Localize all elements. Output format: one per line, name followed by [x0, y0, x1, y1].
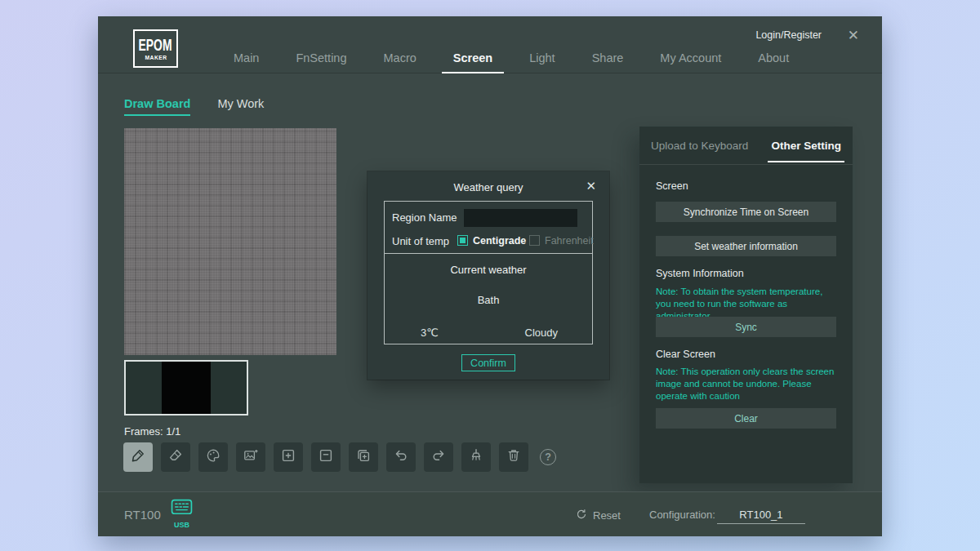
- preview-screen-area: [162, 362, 210, 414]
- unit-of-temp-label: Unit of temp: [392, 235, 449, 247]
- brush-icon: [130, 447, 146, 467]
- frame-preview[interactable]: [124, 360, 248, 415]
- add-frame-icon: [280, 447, 296, 467]
- tab-upload-to-keyboard[interactable]: Upload to Keyboard: [651, 140, 748, 152]
- broom-icon: [468, 447, 484, 467]
- synchronize-time-button[interactable]: Synchronize Time on Screen: [656, 202, 836, 222]
- nav-macro[interactable]: Macro: [384, 51, 416, 64]
- confirm-button[interactable]: Confirm: [461, 354, 515, 371]
- region-name-input[interactable]: [464, 209, 577, 227]
- preview-left-margin: [126, 362, 162, 414]
- configuration-value[interactable]: RT100_1: [717, 509, 805, 524]
- current-weather-title: Current weather: [385, 264, 592, 276]
- logo-text-bottom: MAKER: [145, 54, 167, 61]
- delete-frame-button[interactable]: [499, 442, 528, 472]
- weather-city: Bath: [385, 294, 592, 306]
- undo-button[interactable]: [386, 442, 416, 472]
- configuration-group: Configuration: RT100_1: [649, 509, 805, 524]
- nav-about[interactable]: About: [758, 51, 789, 64]
- clean-canvas-button[interactable]: [461, 442, 491, 472]
- duplicate-frame-button[interactable]: [349, 442, 378, 472]
- board-tabs: Draw Board My Work: [124, 97, 264, 116]
- window-close-icon[interactable]: ✕: [848, 27, 859, 44]
- logo-text-top: EPOM: [139, 37, 172, 53]
- reset-button[interactable]: Reset: [576, 509, 621, 522]
- device-name: RT100: [124, 508, 161, 522]
- region-name-label: Region Name: [392, 211, 457, 224]
- set-weather-button[interactable]: Set weather information: [656, 236, 836, 256]
- clear-button[interactable]: Clear: [656, 408, 836, 429]
- weather-temperature: 3℃: [421, 327, 439, 339]
- weather-form-top: Region Name Unit of temp Centigrade Fahr…: [385, 202, 592, 254]
- header: EPOM MAKER Main FnSetting Macro Screen L…: [98, 16, 882, 73]
- app-window: EPOM MAKER Main FnSetting Macro Screen L…: [98, 16, 882, 536]
- nav-share[interactable]: Share: [592, 51, 624, 64]
- reset-refresh-icon: [576, 509, 587, 522]
- import-image-icon: [243, 447, 259, 467]
- centigrade-checkbox[interactable]: [457, 235, 468, 246]
- configuration-label: Configuration:: [649, 509, 715, 521]
- keyboard-usb-icon: [171, 498, 193, 520]
- duplicate-frame-icon: [355, 447, 372, 467]
- status-bar: RT100 USB Reset Configuration: RT100_1: [98, 491, 882, 536]
- clear-screen-title: Clear Screen: [656, 349, 715, 360]
- draw-canvas[interactable]: [124, 128, 336, 355]
- nav-fnsetting[interactable]: FnSetting: [296, 51, 346, 64]
- weather-query-dialog: Weather query ✕ Region Name Unit of temp…: [368, 171, 609, 380]
- redo-icon: [430, 447, 447, 467]
- weather-condition: Cloudy: [525, 327, 558, 339]
- epomaker-logo: EPOM MAKER: [133, 29, 178, 68]
- redo-button[interactable]: [424, 442, 453, 472]
- nav-main[interactable]: Main: [234, 51, 259, 64]
- preview-right-margin: [211, 362, 247, 414]
- palette-tool-button[interactable]: [198, 442, 228, 472]
- system-information-title: System Information: [656, 268, 744, 279]
- remove-frame-button[interactable]: [311, 442, 341, 472]
- import-image-button[interactable]: [236, 442, 265, 472]
- centigrade-label: Centigrade: [473, 235, 526, 247]
- undo-icon: [393, 447, 409, 467]
- draw-toolbar: ?: [123, 442, 556, 472]
- dialog-close-icon[interactable]: ✕: [586, 179, 596, 193]
- usb-label: USB: [174, 521, 189, 529]
- frames-counter: Frames: 1/1: [124, 425, 180, 438]
- reset-label: Reset: [593, 509, 621, 522]
- nav-my-account[interactable]: My Account: [660, 51, 721, 64]
- remove-frame-icon: [318, 447, 334, 467]
- nav-screen[interactable]: Screen: [453, 51, 492, 64]
- nav-light[interactable]: Light: [529, 51, 555, 64]
- current-weather-section: Current weather Bath 3℃ Cloudy: [385, 254, 592, 344]
- screen-section-title: Screen: [656, 180, 688, 192]
- fahrenheit-label: Fahrenheit: [545, 235, 594, 247]
- tab-other-setting[interactable]: Other Setting: [771, 140, 841, 152]
- eraser-tool-button[interactable]: [161, 442, 190, 472]
- eraser-icon: [167, 447, 184, 467]
- settings-panel: Upload to Keyboard Other Setting Screen …: [639, 127, 853, 483]
- clear-screen-note: Note: This operation only clears the scr…: [656, 366, 839, 403]
- dialog-title: Weather query: [368, 181, 609, 193]
- tab-draw-board[interactable]: Draw Board: [124, 97, 190, 116]
- brush-tool-button[interactable]: [123, 442, 153, 472]
- add-frame-button[interactable]: [274, 442, 303, 472]
- weather-form-box: Region Name Unit of temp Centigrade Fahr…: [384, 201, 593, 344]
- help-icon[interactable]: ?: [540, 449, 556, 465]
- main-nav: Main FnSetting Macro Screen Light Share …: [234, 51, 789, 64]
- trash-icon: [506, 447, 522, 467]
- palette-icon: [205, 447, 221, 467]
- settings-panel-tabs: Upload to Keyboard Other Setting: [639, 127, 853, 165]
- login-register-link[interactable]: Login/Register: [755, 29, 822, 41]
- tab-my-work[interactable]: My Work: [217, 97, 264, 116]
- fahrenheit-checkbox[interactable]: [529, 235, 540, 246]
- usb-connection-indicator: USB: [171, 498, 193, 529]
- sync-button[interactable]: Sync: [656, 317, 836, 337]
